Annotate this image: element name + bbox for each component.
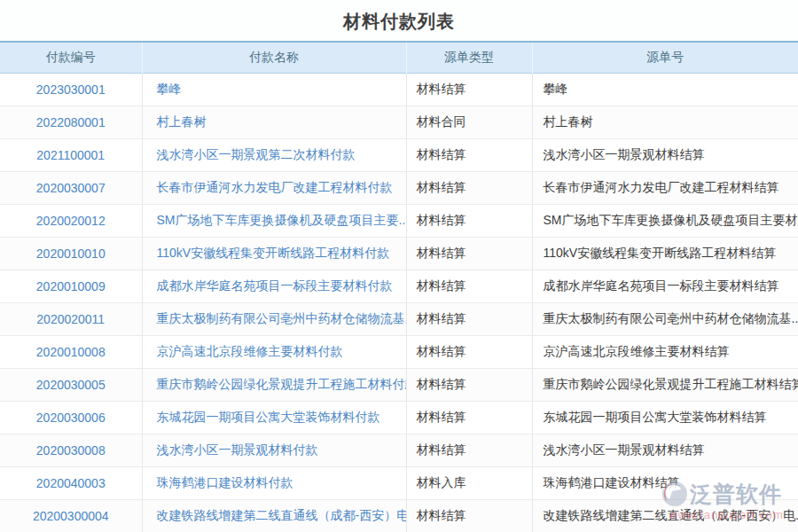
column-header-source-number: 源单号 [532,42,798,73]
payment-name-link[interactable]: 重庆太极制药有限公司亳州中药材仓储物流基... [142,302,406,335]
source-number-text: 东城花园一期项目公寓大堂装饰材料结算 [532,401,798,434]
table-row: 2020010010110kV安徽线程集变开断线路工程材料付款材料结算110kV… [0,237,798,270]
payment-id-link[interactable]: 2020010010 [0,237,142,270]
table-row: 2020040003珠海鹤港口建设材料付款材料入库珠海鹤港口建设材料结算 [0,466,798,499]
payment-id-link[interactable]: 2023030001 [0,73,142,106]
source-number-text: 重庆市鹅岭公园绿化景观提升工程施工材料结算 [532,368,798,401]
source-type-text: 材料结算 [406,270,532,302]
source-type-text: 材料结算 [406,434,532,466]
payment-name-link[interactable]: 村上春树 [142,106,406,138]
source-type-text: 材料合同 [406,106,532,138]
table-body: 2023030001攀峰材料结算攀峰2022080001村上春树材料合同村上春树… [0,73,798,532]
material-payment-page: 材料付款列表 付款编号 付款名称 源单类型 源单号 2023030001攀峰材料… [0,0,798,532]
payment-table: 付款编号 付款名称 源单类型 源单号 2023030001攀峰材料结算攀峰202… [0,41,798,532]
table-row: 2020010009成都水岸华庭名苑项目一标段主要材料付款材料结算成都水岸华庭名… [0,270,798,302]
table-row: 2020030006东城花园一期项目公寓大堂装饰材料付款材料结算东城花园一期项目… [0,401,798,434]
payment-name-link[interactable]: 京沪高速北京段维修主要材料付款 [142,335,406,368]
table-row: 2020020012SM广场地下车库更换摄像机及硬盘项目主要...材料结算SM广… [0,204,798,237]
source-type-text: 材料结算 [406,204,532,237]
source-type-text: 材料结算 [406,237,532,270]
source-number-text: 重庆太极制药有限公司亳州中药材仓储物流基... [532,302,798,335]
payment-name-link[interactable]: 110kV安徽线程集变开断线路工程材料付款 [142,237,406,270]
table-row: 2020030008浅水湾小区一期景观材料付款材料结算浅水湾小区一期景观材料结算 [0,434,798,466]
payment-name-link[interactable]: 改建铁路线增建第二线直通线（成都-西安）电... [142,499,406,532]
payment-name-link[interactable]: 成都水岸华庭名苑项目一标段主要材料付款 [142,270,406,302]
source-number-text: 村上春树 [532,106,798,138]
source-number-text: 改建铁路线增建第二线直通线（成都-西安）电... [532,499,798,532]
payment-name-link[interactable]: 攀峰 [142,73,406,106]
source-type-text: 材料结算 [406,171,532,204]
payment-id-link[interactable]: 2020010008 [0,335,142,368]
source-type-text: 材料结算 [406,302,532,335]
table-row: 2020030007长春市伊通河水力发电厂改建工程材料付款材料结算长春市伊通河水… [0,171,798,204]
table-row: 2020020011重庆太极制药有限公司亳州中药材仓储物流基...材料结算重庆太… [0,302,798,335]
table-row: 2022080001村上春树材料合同村上春树 [0,106,798,138]
payment-id-link[interactable]: 2020020012 [0,204,142,237]
source-number-text: 京沪高速北京段维修主要材料结算 [532,335,798,368]
payment-name-link[interactable]: 珠海鹤港口建设材料付款 [142,466,406,499]
payment-id-link[interactable]: 2020030007 [0,171,142,204]
source-type-text: 材料结算 [406,401,532,434]
payment-name-link[interactable]: SM广场地下车库更换摄像机及硬盘项目主要... [142,204,406,237]
payment-id-link[interactable]: 2020030008 [0,434,142,466]
source-type-text: 材料结算 [406,73,532,106]
table-row: 2021100001浅水湾小区一期景观第二次材料付款材料结算浅水湾小区一期景观材… [0,138,798,171]
source-number-text: 浅水湾小区一期景观材料结算 [532,138,798,171]
source-type-text: 材料结算 [406,335,532,368]
column-header-payment-id: 付款编号 [0,42,142,73]
table-header: 付款编号 付款名称 源单类型 源单号 [0,42,798,73]
source-type-text: 材料结算 [406,368,532,401]
payment-id-link[interactable]: 2020010009 [0,270,142,302]
table-row: 20200300004改建铁路线增建第二线直通线（成都-西安）电...材料结算改… [0,499,798,532]
payment-name-link[interactable]: 重庆市鹅岭公园绿化景观提升工程施工材料付款 [142,368,406,401]
payment-id-link[interactable]: 2020020011 [0,302,142,335]
payment-id-link[interactable]: 2022080001 [0,106,142,138]
table-row: 2020010008京沪高速北京段维修主要材料付款材料结算京沪高速北京段维修主要… [0,335,798,368]
payment-id-link[interactable]: 2020030005 [0,368,142,401]
source-number-text: 浅水湾小区一期景观材料结算 [532,434,798,466]
source-number-text: 珠海鹤港口建设材料结算 [532,466,798,499]
payment-name-link[interactable]: 浅水湾小区一期景观第二次材料付款 [142,138,406,171]
payment-name-link[interactable]: 长春市伊通河水力发电厂改建工程材料付款 [142,171,406,204]
payment-id-link[interactable]: 2021100001 [0,138,142,171]
source-number-text: 攀峰 [532,73,798,106]
source-type-text: 材料结算 [406,499,532,532]
column-header-payment-name: 付款名称 [142,42,406,73]
source-number-text: 110kV安徽线程集变开断线路工程材料结算 [532,237,798,270]
payment-id-link[interactable]: 20200300004 [0,499,142,532]
column-header-source-type: 源单类型 [406,42,532,73]
payment-name-link[interactable]: 浅水湾小区一期景观材料付款 [142,434,406,466]
table-row: 2023030001攀峰材料结算攀峰 [0,73,798,106]
source-number-text: SM广场地下车库更换摄像机及硬盘项目主要材... [532,204,798,237]
page-title: 材料付款列表 [0,0,798,41]
source-number-text: 长春市伊通河水力发电厂改建工程材料结算 [532,171,798,204]
table-row: 2020030005重庆市鹅岭公园绿化景观提升工程施工材料付款材料结算重庆市鹅岭… [0,368,798,401]
payment-id-link[interactable]: 2020040003 [0,466,142,499]
source-type-text: 材料结算 [406,138,532,171]
source-type-text: 材料入库 [406,466,532,499]
source-number-text: 成都水岸华庭名苑项目一标段主要材料结算 [532,270,798,302]
payment-name-link[interactable]: 东城花园一期项目公寓大堂装饰材料付款 [142,401,406,434]
payment-id-link[interactable]: 2020030006 [0,401,142,434]
